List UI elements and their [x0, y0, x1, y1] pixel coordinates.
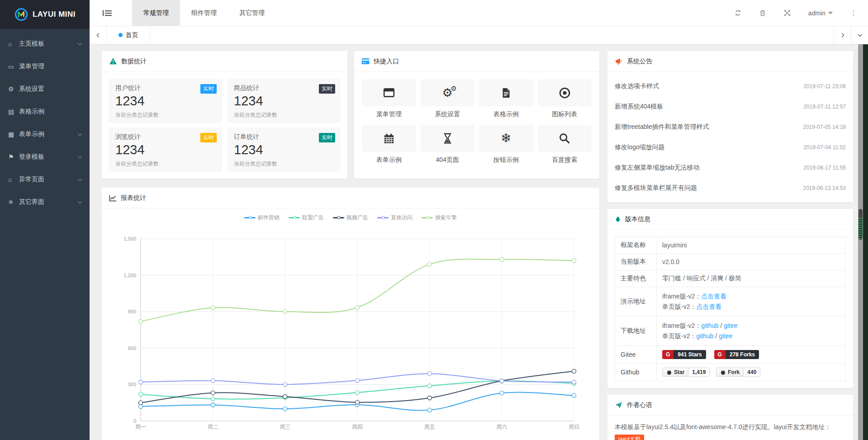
topnav-tab-other[interactable]: 其它管理 — [228, 0, 276, 26]
sidebar-item-menu-management[interactable]: ▭ 菜单管理 — [0, 55, 90, 78]
calendar-icon — [383, 132, 395, 145]
announcement-date: 2019-06-17 11:55 — [803, 165, 846, 171]
demo-link[interactable]: 点击查看 — [701, 293, 726, 300]
refresh-button[interactable] — [734, 9, 742, 17]
logo[interactable]: LAYUI MINI — [0, 0, 90, 29]
sidebar: LAYUI MINI ⌂ 主页模板 ▭ 菜单管理 ⚙ 系统设置 ▤ 表格示例 ▦ — [0, 0, 90, 440]
quick-item-baidu-search[interactable]: 百度搜索 — [538, 125, 592, 164]
row-label: 框架名称 — [615, 237, 657, 254]
main-scrollbar-thumb[interactable] — [859, 209, 863, 240]
sidebar-item-home-template[interactable]: ⌂ 主页模板 — [0, 33, 90, 55]
username: admin — [808, 9, 825, 17]
legend-item[interactable]: 联盟广告 — [289, 214, 324, 222]
sidebar-item-label: 登录模板 — [19, 153, 44, 161]
sidebar-item-table-example[interactable]: ▤ 表格示例 — [0, 100, 90, 123]
table-row: Gitee G941 Stars G278 Forks — [615, 346, 846, 364]
chevron-down-icon — [78, 41, 82, 46]
sidebar-item-system-settings[interactable]: ⚙ 系统设置 — [0, 78, 90, 100]
gitee-forks-badge[interactable]: G278 Forks — [714, 350, 759, 359]
clear-cache-button[interactable] — [759, 9, 766, 17]
report-chart-card: 报表统计 邮件营销联盟广告视频广告直接访问搜索引擎 周一周二周三周四周五周六周日… — [102, 188, 599, 440]
gitee-stars-badge[interactable]: G941 Stars — [662, 350, 706, 359]
announcement-text: 修复左侧菜单缩放tab无法移动 — [615, 164, 699, 172]
legend-item[interactable]: 直接访问 — [377, 214, 413, 222]
more-options-button[interactable]: ⋮ — [850, 9, 857, 17]
announcement-item[interactable]: 新增系统404模板 2019-07-11 12:57 — [607, 96, 853, 117]
chevron-down-icon — [78, 154, 82, 159]
fold-menu-button[interactable] — [90, 0, 125, 26]
svg-text:周二: 周二 — [208, 424, 218, 430]
quick-item-menu[interactable]: 菜单管理 — [362, 79, 416, 118]
stat-box-users[interactable]: 用户统计 1234 当前分类总记录数 实时 — [109, 79, 222, 123]
gitee-link[interactable]: gitee — [724, 322, 737, 329]
stat-box-orders[interactable]: 订单统计 1234 当前分类总记录数 实时 — [227, 128, 341, 172]
announcement-item[interactable]: 修复左侧菜单缩放tab无法移动 2019-06-17 11:55 — [607, 157, 853, 178]
stat-value: 1234 — [234, 142, 334, 157]
sidebar-item-label: 菜单管理 — [19, 62, 44, 71]
fire-icon — [615, 215, 621, 223]
credit-card-icon — [361, 58, 370, 65]
github-link[interactable]: github — [701, 322, 718, 329]
github-fork-widget[interactable]: Fork 440 — [716, 368, 760, 377]
quick-item-settings[interactable]: ⚙⚙ 系统设置 — [421, 79, 475, 118]
table-row: Github Star 1,419 Fork 440 — [615, 364, 846, 381]
quick-item-table[interactable]: 表格示例 — [479, 79, 533, 118]
github-link[interactable]: github — [696, 332, 713, 340]
version-table: 框架名称 layuimini 当前版本 v2.0.0 主要特色 零门槛 / 响应… — [615, 237, 846, 381]
tab-scroll-right-button[interactable] — [834, 26, 851, 44]
card-title: 版本信息 — [625, 215, 650, 223]
announcement-text: 修复多模块菜单栏展开有问题 — [615, 184, 697, 192]
stat-grid: 用户统计 1234 当前分类总记录数 实时 商品统计 1234 当前分类总记录数… — [102, 72, 347, 179]
legend-marker — [333, 217, 344, 218]
topnav-tab-general[interactable]: 常规管理 — [132, 0, 180, 26]
page-edge-strip — [863, 44, 868, 440]
tab-operations-button[interactable] — [851, 26, 868, 44]
chevron-down-icon — [857, 32, 863, 38]
fullscreen-button[interactable] — [783, 9, 791, 17]
user-menu[interactable]: admin — [808, 9, 833, 17]
line-chart[interactable]: 周一周二周三周四周五周六周日03006009001,2001,500 — [102, 224, 599, 440]
author-body: 本模板基于layui2.5.4以及font-awesome-4.7.0进行实现。… — [607, 416, 853, 440]
gitee-logo: G — [714, 350, 726, 359]
stat-box-views[interactable]: 浏览统计 1234 当前分类总记录数 实时 — [109, 128, 222, 172]
quick-label: 按钮示例 — [479, 156, 533, 164]
separator: / — [719, 322, 724, 329]
tab-home[interactable]: 首页 — [107, 26, 150, 44]
legend-item[interactable]: 视频广告 — [333, 214, 368, 222]
announcement-text: 修改logo缩放问题 — [615, 143, 664, 151]
main-scrollbar-track[interactable] — [858, 44, 863, 440]
announcement-item[interactable]: 修改选项卡样式 2019-07-11 23:06 — [607, 76, 853, 96]
quick-item-icons[interactable]: 图标列表 — [538, 79, 592, 118]
legend-label: 直接访问 — [391, 214, 413, 222]
gear-icon: ⚙ — [8, 85, 19, 93]
tab-scroll-left-button[interactable] — [90, 26, 107, 44]
quick-item-buttons[interactable]: ❄ 按钮示例 — [479, 125, 533, 164]
status-badge: 实时 — [200, 133, 217, 142]
fork-count: 440 — [744, 368, 760, 377]
announcements-card: 系统公告 修改选项卡样式 2019-07-11 23:06 新增系统404模板 … — [607, 51, 853, 202]
quick-item-form[interactable]: 表单示例 — [362, 125, 416, 164]
download-prefix: iframe版-v2： — [662, 322, 701, 329]
announcement-item[interactable]: 修复多模块菜单栏展开有问题 2019-06-13 14:53 — [607, 178, 853, 198]
announcement-item[interactable]: 修改logo缩放问题 2019-07-04 11:02 — [607, 137, 853, 157]
warning-triangle-icon — [109, 57, 117, 65]
layui-doc-badge[interactable]: layui文档 — [615, 435, 644, 440]
topnav-tab-components[interactable]: 组件管理 — [180, 0, 228, 26]
quick-item-404[interactable]: 404页面 — [421, 125, 475, 164]
stat-box-products[interactable]: 商品统计 1234 当前分类总记录数 实时 — [227, 79, 341, 123]
announcement-item[interactable]: 新增treetable插件和菜单管理样式 2019-07-05 14:28 — [607, 117, 853, 137]
gitee-link[interactable]: gitee — [719, 332, 732, 340]
sidebar-item-other-ui[interactable]: ✳ 其它界面 — [0, 191, 90, 213]
sidebar-item-form-example[interactable]: ▦ 表单示例 — [0, 123, 90, 146]
demo-link[interactable]: 点击查看 — [696, 303, 721, 310]
legend-label: 视频广告 — [346, 214, 368, 222]
sidebar-item-login-template[interactable]: ⚑ 登录模板 — [0, 146, 90, 168]
row-value: layuimini — [657, 237, 846, 254]
quick-label: 表单示例 — [362, 156, 416, 164]
report-header: 报表统计 — [102, 188, 599, 208]
row-label: Github — [615, 364, 657, 381]
legend-item[interactable]: 搜索引擎 — [422, 214, 457, 222]
sidebar-item-error-pages[interactable]: ⌂ 异常页面 — [0, 168, 90, 191]
legend-item[interactable]: 邮件营销 — [244, 214, 280, 222]
github-star-widget[interactable]: Star 1,419 — [662, 368, 710, 377]
